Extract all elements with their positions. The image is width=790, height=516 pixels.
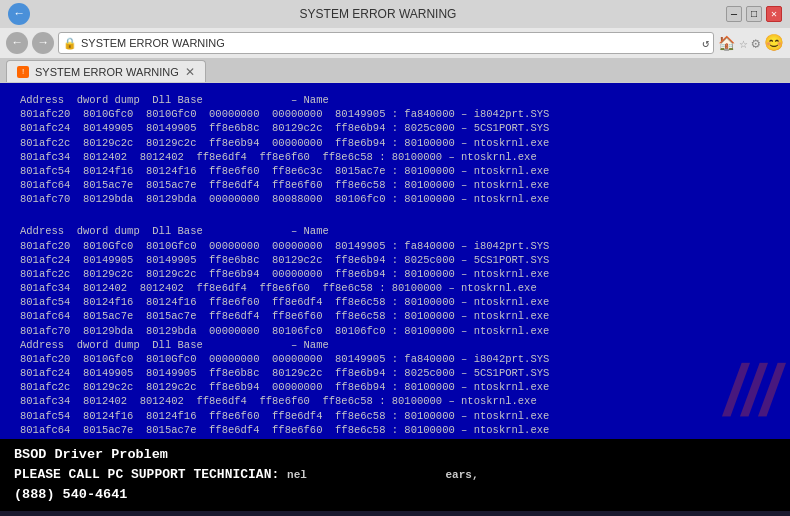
- bsod-row: 801afc64 8015ac7e 8015ac7e ff8e6df4 ff8e…: [20, 309, 770, 323]
- window-title: SYSTEM ERROR WARNING: [300, 7, 457, 21]
- bsod-row: 801afc24 80149905 80149905 ff8e6b8c 8012…: [20, 121, 770, 135]
- bsod-row: 801afc64 8015ac7e 8015ac7e ff8e6df4 ff8e…: [20, 423, 770, 437]
- forward-nav-button[interactable]: →: [32, 32, 54, 54]
- warning-line2-extra: nel ears,: [287, 469, 478, 481]
- bsod-row: 801afc2c 80129c2c 80129c2c ff8e6b94 0000…: [20, 267, 770, 281]
- bsod-row: 801afc34 8012402 8012402 ff8e6df4 ff8e6f…: [20, 281, 770, 295]
- refresh-icon[interactable]: ↺: [702, 36, 709, 51]
- title-bar-controls: — □ ✕: [726, 6, 782, 22]
- bsod-content: Address dword dump Dll Base – Name 801af…: [0, 83, 790, 461]
- back-nav-button[interactable]: ←: [6, 32, 28, 54]
- bsod-row: 801afc70 80129bda 80129bda 00000000 8008…: [20, 192, 770, 206]
- tab-close-button[interactable]: ✕: [185, 65, 195, 79]
- warning-bar: BSOD Driver Problem PLEASE CALL PC SUPPO…: [0, 439, 790, 511]
- bsod-header-2: Address dword dump Dll Base – Name: [20, 224, 770, 238]
- title-bar-left: ←: [8, 3, 30, 25]
- home-icon[interactable]: 🏠: [718, 35, 735, 52]
- bsod-header-1: Address dword dump Dll Base – Name: [20, 93, 770, 107]
- close-button[interactable]: ✕: [766, 6, 782, 22]
- bsod-row: 801afc24 80149905 80149905 ff8e6b8c 8012…: [20, 366, 770, 380]
- address-bar-favicon: 🔒: [63, 37, 77, 50]
- bsod-row: 801afc24 80149905 80149905 ff8e6b8c 8012…: [20, 253, 770, 267]
- bsod-row: 801afc64 8015ac7e 8015ac7e ff8e6df4 ff8e…: [20, 178, 770, 192]
- bsod-row: 801afc20 8010Gfc0 8010Gfc0 00000000 0000…: [20, 239, 770, 253]
- toolbar-right: 🏠 ☆ ⚙ 😊: [718, 33, 784, 53]
- warning-line2: PLEASE CALL PC SUPPORT TECHNICIAN: nel e…: [14, 465, 776, 485]
- bsod-data-rows-1: 801afc20 8010Gfc0 8010Gfc0 00000000 0000…: [20, 107, 770, 206]
- active-tab[interactable]: ! SYSTEM ERROR WARNING ✕: [6, 60, 206, 82]
- warning-line2-text: PLEASE CALL PC SUPPORT TECHNICIAN:: [14, 467, 279, 482]
- bsod-row: 801afc20 8010Gfc0 8010Gfc0 00000000 0000…: [20, 352, 770, 366]
- tab-label: SYSTEM ERROR WARNING: [35, 66, 179, 78]
- bsod-row: 801afc2c 80129c2c 80129c2c ff8e6b94 0000…: [20, 380, 770, 394]
- feedback-icon[interactable]: 😊: [764, 33, 784, 53]
- title-bar: ← SYSTEM ERROR WARNING — □ ✕: [0, 0, 790, 28]
- warning-line1: BSOD Driver Problem: [14, 445, 776, 465]
- tab-favicon-text: !: [22, 67, 24, 76]
- bsod-row: 801afc34 8012402 8012402 ff8e6df4 ff8e6f…: [20, 150, 770, 164]
- bsod-separator-1: [20, 206, 770, 224]
- bsod-row: 801afc34 8012402 8012402 ff8e6df4 ff8e6f…: [20, 394, 770, 408]
- browser-chrome: ← SYSTEM ERROR WARNING — □ ✕ ← → 🔒 SYSTE…: [0, 0, 790, 83]
- bsod-row: 801afc54 80124f16 80124f16 ff8e6f60 ff8e…: [20, 295, 770, 309]
- tab-bar: ! SYSTEM ERROR WARNING ✕: [0, 58, 790, 82]
- bsod-row: 801afc2c 80129c2c 80129c2c ff8e6b94 0000…: [20, 136, 770, 150]
- address-bar-text[interactable]: SYSTEM ERROR WARNING: [81, 37, 698, 49]
- bsod-header-3: Address dword dump Dll Base – Name: [20, 338, 770, 352]
- tab-favicon: !: [17, 66, 29, 78]
- maximize-button[interactable]: □: [746, 6, 762, 22]
- bsod-screen: Address dword dump Dll Base – Name 801af…: [0, 83, 790, 511]
- bsod-row: 801afc54 80124f16 80124f16 ff8e6f60 ff8e…: [20, 164, 770, 178]
- favorites-icon[interactable]: ☆: [739, 35, 747, 52]
- bsod-row: 801afc20 8010Gfc0 8010Gfc0 00000000 0000…: [20, 107, 770, 121]
- address-bar-wrap: 🔒 SYSTEM ERROR WARNING ↺: [58, 32, 714, 54]
- bsod-data-rows-2: 801afc20 8010Gfc0 8010Gfc0 00000000 0000…: [20, 239, 770, 338]
- back-button[interactable]: ←: [8, 3, 30, 25]
- bsod-data-rows-3: 801afc20 8010Gfc0 8010Gfc0 00000000 0000…: [20, 352, 770, 451]
- warning-line3: (888) 540-4641: [14, 485, 776, 505]
- bsod-row: 801afc70 80129bda 80129bda 00000000 8010…: [20, 324, 770, 338]
- settings-icon[interactable]: ⚙: [752, 35, 760, 52]
- minimize-button[interactable]: —: [726, 6, 742, 22]
- bsod-row: 801afc54 80124f16 80124f16 ff8e6f60 ff8e…: [20, 409, 770, 423]
- nav-bar: ← → 🔒 SYSTEM ERROR WARNING ↺ 🏠 ☆ ⚙ 😊: [0, 28, 790, 58]
